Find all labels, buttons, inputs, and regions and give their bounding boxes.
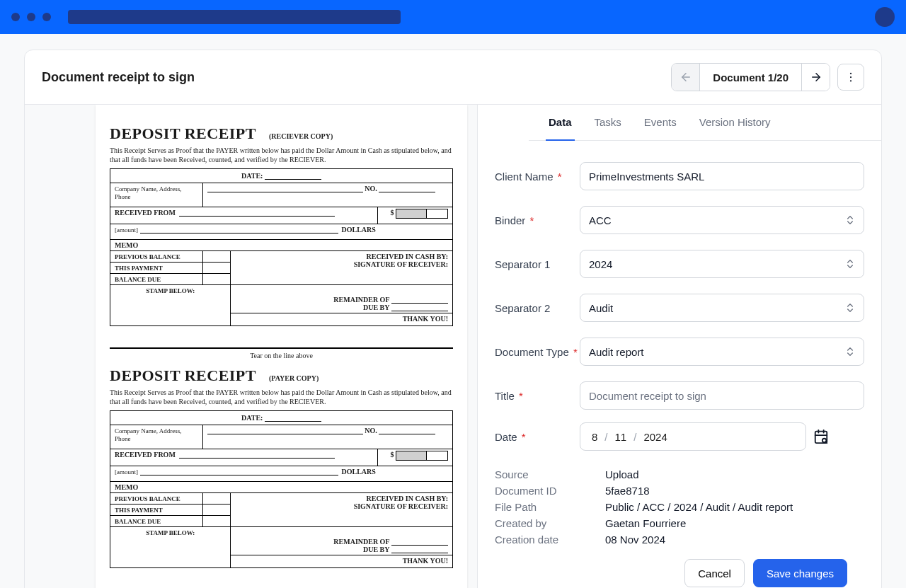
svg-point-0 bbox=[850, 73, 851, 74]
pager-prev-button[interactable] bbox=[672, 64, 700, 91]
pager-next-button[interactable] bbox=[801, 64, 830, 91]
document-type-select[interactable]: Audit report bbox=[580, 338, 864, 366]
tab-events[interactable]: Events bbox=[641, 105, 680, 141]
main-panel: Document receipt to sign Document 1/20 bbox=[24, 50, 882, 588]
document-type-label: Document Type * bbox=[495, 346, 580, 358]
meta-value-file-path: Public / ACC / 2024 / Audit / Audit repo… bbox=[605, 501, 793, 513]
date-label: Date * bbox=[495, 431, 580, 443]
receipt-title: DEPOSIT RECEIPT bbox=[110, 125, 256, 143]
cancel-button[interactable]: Cancel bbox=[684, 559, 745, 587]
meta-label-document-id: Document ID bbox=[495, 485, 605, 497]
profile-avatar[interactable] bbox=[875, 7, 895, 27]
meta-label-creation-date: Creation date bbox=[495, 534, 605, 546]
footer-buttons: Cancel Save changes bbox=[495, 548, 864, 588]
meta-label-file-path: File Path bbox=[495, 501, 605, 513]
tabs: Data Tasks Events Version History bbox=[529, 105, 881, 141]
traffic-light-close[interactable] bbox=[11, 13, 20, 21]
meta-label-source: Source bbox=[495, 468, 605, 480]
traffic-light-maximize[interactable] bbox=[42, 13, 51, 21]
svg-line-8 bbox=[825, 442, 827, 443]
client-name-input[interactable] bbox=[580, 162, 864, 190]
panel-header: Document receipt to sign Document 1/20 bbox=[25, 50, 881, 105]
pager-label: Document 1/20 bbox=[700, 64, 801, 91]
calendar-icon[interactable] bbox=[813, 429, 829, 444]
receipt-desc: This Receipt Serves as Proof that the PA… bbox=[110, 146, 453, 164]
client-name-label: Client Name * bbox=[495, 171, 580, 183]
binder-select[interactable]: ACC bbox=[580, 206, 864, 234]
receipt-payer-copy: DEPOSIT RECEIPT (PAYER COPY) This Receip… bbox=[110, 367, 453, 568]
receipt-subtitle-payer: (PAYER COPY) bbox=[269, 374, 319, 382]
meta-value-source: Upload bbox=[605, 468, 639, 480]
form-area: Client Name * Binder * ACC Sep bbox=[478, 141, 881, 588]
arrow-right-icon bbox=[810, 71, 822, 83]
receipt-receiver-copy: DEPOSIT RECEIPT (RECIEVER COPY) This Rec… bbox=[110, 125, 453, 326]
tab-tasks[interactable]: Tasks bbox=[592, 105, 624, 141]
meta-value-document-id: 5fae8718 bbox=[605, 485, 650, 497]
tear-instruction: Tear on the line above bbox=[110, 352, 453, 359]
arrow-left-icon bbox=[680, 71, 692, 83]
meta-value-creation-date: 08 Nov 2024 bbox=[605, 534, 665, 546]
svg-point-2 bbox=[850, 80, 851, 81]
title-label: Title * bbox=[495, 390, 580, 402]
metadata-panel: Data Tasks Events Version History Client… bbox=[478, 105, 881, 588]
more-options-button[interactable] bbox=[837, 64, 864, 91]
separator1-label: Separator 1 bbox=[495, 258, 580, 270]
svg-point-1 bbox=[850, 76, 851, 78]
meta-value-created-by: Gaetan Fourriere bbox=[605, 517, 686, 529]
meta-label-created-by: Created by bbox=[495, 517, 605, 529]
title-input[interactable] bbox=[580, 381, 864, 410]
tab-version-history[interactable]: Version History bbox=[696, 105, 774, 141]
date-input[interactable]: 8 / 11 / 2024 bbox=[580, 422, 806, 451]
traffic-light-minimize[interactable] bbox=[27, 13, 35, 21]
url-bar[interactable] bbox=[68, 10, 401, 24]
separator2-label: Separator 2 bbox=[495, 302, 580, 314]
page-title: Document receipt to sign bbox=[42, 70, 195, 85]
separator2-select[interactable]: Audit bbox=[580, 294, 864, 322]
document-preview-pane[interactable]: DEPOSIT RECEIPT (RECIEVER COPY) This Rec… bbox=[25, 105, 478, 588]
traffic-lights bbox=[11, 13, 51, 21]
more-vertical-icon bbox=[844, 71, 857, 83]
browser-chrome bbox=[0, 0, 906, 34]
tab-data[interactable]: Data bbox=[546, 105, 575, 141]
separator1-select[interactable]: 2024 bbox=[580, 250, 864, 278]
metadata-section: SourceUpload Document ID5fae8718 File Pa… bbox=[495, 466, 864, 548]
save-changes-button[interactable]: Save changes bbox=[753, 559, 847, 587]
document-page: DEPOSIT RECEIPT (RECIEVER COPY) This Rec… bbox=[96, 105, 467, 588]
document-pager: Document 1/20 bbox=[671, 63, 830, 91]
receipt-subtitle-receiver: (RECIEVER COPY) bbox=[269, 132, 333, 140]
binder-label: Binder * bbox=[495, 214, 580, 226]
